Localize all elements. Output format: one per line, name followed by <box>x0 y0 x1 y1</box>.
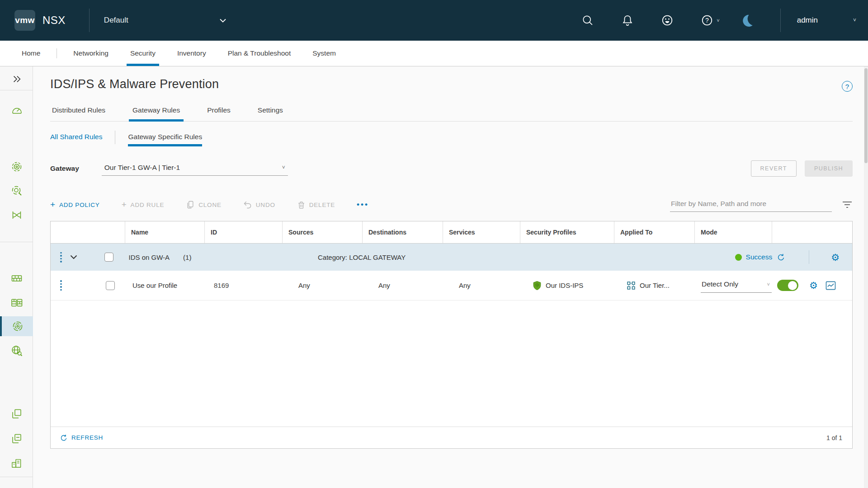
filter-input[interactable] <box>670 198 832 212</box>
nav-home[interactable]: Home <box>21 41 41 66</box>
nav-inventory[interactable]: Inventory <box>176 41 207 66</box>
tab-gateway-rules[interactable]: Gateway Rules <box>131 103 182 121</box>
sidebar-item-inventory-groups[interactable] <box>0 453 33 473</box>
refresh-icon[interactable] <box>777 253 785 262</box>
chevron-down-icon <box>220 19 226 23</box>
rule-row[interactable]: Use our Profile 8169 Any Any Any Our IDS… <box>51 271 852 300</box>
scrollbar-thumb[interactable] <box>864 68 868 163</box>
scope-selector[interactable]: Default <box>104 16 226 25</box>
sidebar-item-traffic-analysis[interactable] <box>0 205 33 225</box>
col-actions <box>772 221 852 243</box>
help-icon[interactable]: ? <box>700 14 714 27</box>
rule-services-cell[interactable]: Any <box>443 282 520 289</box>
mode-dropdown[interactable]: Detect Only ˅ <box>701 278 772 293</box>
rule-checkbox[interactable] <box>106 281 115 290</box>
policy-row[interactable]: IDS on GW-A (1) Category: LOCAL GATEWAY … <box>51 244 852 271</box>
publish-button[interactable]: PUBLISH <box>805 160 853 177</box>
gateway-dropdown-value: Our Tier-1 GW-A | Tier-1 <box>104 164 180 172</box>
search-icon[interactable] <box>581 14 594 27</box>
refresh-button[interactable]: REFRESH <box>60 434 103 442</box>
filter-icon[interactable] <box>842 201 853 209</box>
undo-button[interactable]: UNDO <box>243 200 275 209</box>
toggle-knob <box>788 281 797 290</box>
sidebar-item-gateway-firewall[interactable] <box>0 268 33 288</box>
col-sources: Sources <box>282 221 362 243</box>
nav-security[interactable]: Security <box>129 41 156 66</box>
bell-icon[interactable] <box>621 14 634 27</box>
col-mode: Mode <box>694 221 772 243</box>
rule-applied-to-cell[interactable]: Our Tier... <box>614 281 694 290</box>
gateway-rules-table: Name ID Sources Destinations Services Se… <box>50 221 853 449</box>
dark-mode-moon-icon[interactable] <box>741 14 754 27</box>
firewall-icon <box>11 272 23 284</box>
rule-security-profiles-cell[interactable]: Our IDS-IPS <box>520 281 614 291</box>
drag-handle-icon[interactable] <box>60 280 62 291</box>
add-policy-button[interactable]: + ADD POLICY <box>50 200 100 210</box>
policy-rule-count: (1) <box>183 253 191 261</box>
sidebar-item-dashboard[interactable] <box>0 101 33 121</box>
plus-icon: + <box>122 200 127 210</box>
undo-icon <box>243 200 252 209</box>
gauge-icon <box>11 105 23 117</box>
page-scrollbar[interactable] <box>864 66 868 488</box>
tab-distributed-rules[interactable]: Distributed Rules <box>50 103 107 121</box>
pagination-label: 1 of 1 <box>826 434 842 441</box>
col-services: Services <box>443 221 520 243</box>
table-header-row: Name ID Sources Destinations Services Se… <box>51 221 852 244</box>
clone-icon <box>186 200 195 209</box>
feedback-smiley-icon[interactable] <box>660 14 674 27</box>
success-status-dot <box>735 254 742 261</box>
more-actions-button[interactable]: ••• <box>357 200 369 209</box>
policy-status[interactable]: Success <box>746 253 773 261</box>
clone-button[interactable]: CLONE <box>186 200 222 209</box>
rule-gear-icon[interactable]: ⚙ <box>809 281 818 290</box>
policy-name: IDS on GW-A <box>129 253 170 261</box>
delete-button[interactable]: DELETE <box>297 201 335 209</box>
nav-plan-troubleshoot[interactable]: Plan & Troubleshoot <box>227 41 292 66</box>
refresh-label: REFRESH <box>71 434 103 441</box>
subtab-gateway-specific-rules[interactable]: Gateway Specific Rules <box>128 133 202 145</box>
sidebar-item-threat-detection[interactable] <box>0 181 33 201</box>
bullseye-icon <box>11 161 23 173</box>
add-rule-label: ADD RULE <box>131 202 165 208</box>
tab-settings[interactable]: Settings <box>256 103 285 121</box>
sidebar-divider <box>0 242 33 242</box>
col-security-profiles: Security Profiles <box>520 221 614 243</box>
subtab-all-shared-rules[interactable]: All Shared Rules <box>50 133 102 145</box>
nav-networking[interactable]: Networking <box>72 41 109 66</box>
collapse-chevron-icon[interactable] <box>70 255 77 259</box>
sidebar-item-network-introspection[interactable] <box>0 341 33 361</box>
sidebar-item-segments[interactable] <box>0 404 33 424</box>
add-rule-button[interactable]: + ADD RULE <box>122 200 165 210</box>
col-applied-to: Applied To <box>614 221 694 243</box>
table-footer: REFRESH 1 of 1 <box>51 427 852 448</box>
segments-icon <box>11 408 22 419</box>
rule-destinations-cell[interactable]: Any <box>362 282 443 289</box>
sidebar-item-ids-ips[interactable] <box>0 316 33 336</box>
sidebar-expand-button[interactable] <box>0 69 33 89</box>
sidebar-item-segment-profiles[interactable] <box>0 429 33 449</box>
gateway-dropdown[interactable]: Our Tier-1 GW-A | Tier-1 ˅ <box>102 162 288 176</box>
filter-area <box>670 198 853 212</box>
product-name: NSX <box>42 14 66 27</box>
policy-gear-icon[interactable]: ⚙ <box>831 253 840 262</box>
rule-enabled-toggle[interactable] <box>777 280 798 291</box>
tab-profiles[interactable]: Profiles <box>205 103 232 121</box>
user-menu[interactable]: admin <box>797 16 818 25</box>
sidebar-item-security-overview[interactable] <box>0 157 33 177</box>
chart-icon[interactable] <box>826 281 836 290</box>
page-help-icon[interactable]: ? <box>842 81 853 92</box>
drag-handle-icon[interactable] <box>60 252 62 263</box>
chevron-down-icon: ˅ <box>282 164 285 171</box>
sidebar-divider <box>0 477 33 477</box>
page-tabs: Distributed Rules Gateway Rules Profiles… <box>50 103 853 122</box>
sidebar-item-distributed-firewall[interactable] <box>0 293 33 313</box>
gateway-selector-row: Gateway Our Tier-1 GW-A | Tier-1 ˅ REVER… <box>50 160 853 178</box>
vmware-logo[interactable]: vmw <box>14 10 35 31</box>
col-name: Name <box>125 221 204 243</box>
revert-button[interactable]: REVERT <box>751 160 797 177</box>
nav-system[interactable]: System <box>311 41 337 66</box>
policy-checkbox[interactable] <box>104 253 113 262</box>
rule-sources-cell[interactable]: Any <box>282 282 362 289</box>
main-nav: Home Networking Security Inventory Plan … <box>0 41 868 66</box>
